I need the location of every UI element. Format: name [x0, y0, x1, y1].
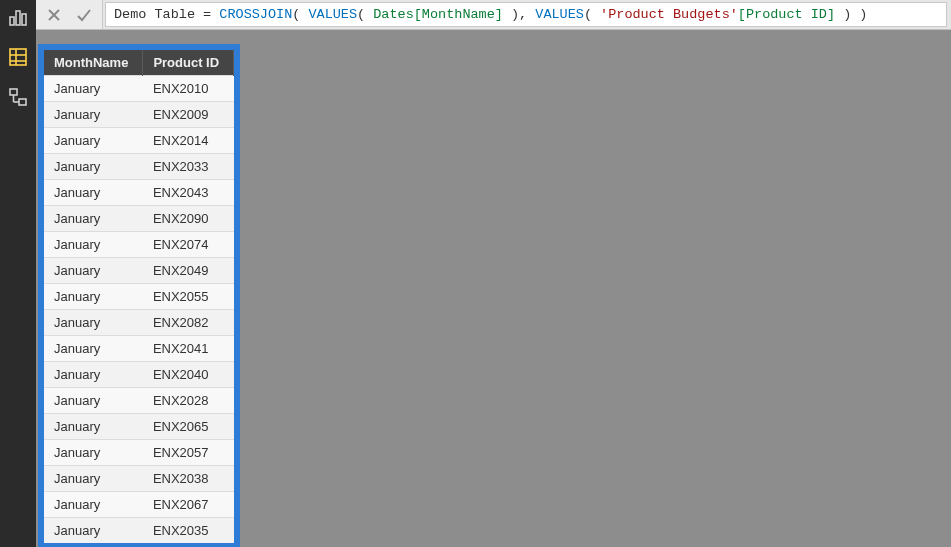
- table-row[interactable]: JanuaryENX2067: [44, 492, 234, 518]
- table-cell: January: [44, 258, 143, 284]
- table-row[interactable]: JanuaryENX2035: [44, 518, 234, 544]
- svg-rect-0: [10, 17, 14, 25]
- data-view-icon[interactable]: [7, 46, 29, 68]
- table-row[interactable]: JanuaryENX2043: [44, 180, 234, 206]
- table-cell: ENX2067: [143, 492, 234, 518]
- table-cell: January: [44, 232, 143, 258]
- table-cell: ENX2010: [143, 76, 234, 102]
- table-row[interactable]: JanuaryENX2040: [44, 362, 234, 388]
- table-cell: ENX2041: [143, 336, 234, 362]
- highlight-box: MonthName Product ID JanuaryENX2010Janua…: [38, 44, 240, 547]
- table-cell: January: [44, 154, 143, 180]
- col-header-productid[interactable]: Product ID: [143, 50, 234, 76]
- svg-rect-2: [22, 14, 26, 25]
- table-cell: ENX2038: [143, 466, 234, 492]
- svg-rect-1: [16, 11, 20, 25]
- table-cell: ENX2009: [143, 102, 234, 128]
- table-cell: January: [44, 414, 143, 440]
- table-cell: ENX2014: [143, 128, 234, 154]
- table-cell: ENX2090: [143, 206, 234, 232]
- formula-text: Demo Table = CROSSJOIN( VALUES( Dates[Mo…: [114, 7, 867, 22]
- formula-bar: Demo Table = CROSSJOIN( VALUES( Dates[Mo…: [36, 0, 951, 30]
- col-header-monthname[interactable]: MonthName: [44, 50, 143, 76]
- table-cell: ENX2074: [143, 232, 234, 258]
- table-cell: January: [44, 492, 143, 518]
- model-view-icon[interactable]: [7, 86, 29, 108]
- table-row[interactable]: JanuaryENX2041: [44, 336, 234, 362]
- svg-rect-3: [10, 49, 26, 65]
- table-cell: ENX2035: [143, 518, 234, 544]
- table-row[interactable]: JanuaryENX2065: [44, 414, 234, 440]
- table-cell: January: [44, 362, 143, 388]
- formula-input[interactable]: Demo Table = CROSSJOIN( VALUES( Dates[Mo…: [105, 2, 947, 27]
- table-cell: ENX2049: [143, 258, 234, 284]
- table-row[interactable]: JanuaryENX2057: [44, 440, 234, 466]
- table-cell: January: [44, 284, 143, 310]
- table-cell: January: [44, 180, 143, 206]
- table-cell: January: [44, 466, 143, 492]
- table-cell: ENX2043: [143, 180, 234, 206]
- table-row[interactable]: JanuaryENX2055: [44, 284, 234, 310]
- table-cell: January: [44, 310, 143, 336]
- table-cell: ENX2065: [143, 414, 234, 440]
- table-cell: January: [44, 76, 143, 102]
- commit-formula-button[interactable]: [72, 3, 96, 27]
- table-row[interactable]: JanuaryENX2028: [44, 388, 234, 414]
- table-row[interactable]: JanuaryENX2049: [44, 258, 234, 284]
- data-table[interactable]: MonthName Product ID JanuaryENX2010Janua…: [44, 50, 234, 543]
- data-canvas: MonthName Product ID JanuaryENX2010Janua…: [36, 30, 951, 547]
- table-row[interactable]: JanuaryENX2009: [44, 102, 234, 128]
- table-cell: January: [44, 440, 143, 466]
- table-cell: January: [44, 128, 143, 154]
- svg-rect-8: [19, 99, 26, 105]
- cancel-formula-button[interactable]: [42, 3, 66, 27]
- table-row[interactable]: JanuaryENX2014: [44, 128, 234, 154]
- table-cell: ENX2055: [143, 284, 234, 310]
- nav-rail: [0, 0, 36, 547]
- table-row[interactable]: JanuaryENX2082: [44, 310, 234, 336]
- table-row[interactable]: JanuaryENX2033: [44, 154, 234, 180]
- table-row[interactable]: JanuaryENX2074: [44, 232, 234, 258]
- table-cell: January: [44, 206, 143, 232]
- table-cell: ENX2040: [143, 362, 234, 388]
- table-row[interactable]: JanuaryENX2090: [44, 206, 234, 232]
- svg-rect-7: [10, 89, 17, 95]
- report-view-icon[interactable]: [7, 6, 29, 28]
- table-cell: January: [44, 518, 143, 544]
- table-cell: ENX2028: [143, 388, 234, 414]
- table-cell: January: [44, 336, 143, 362]
- table-cell: ENX2082: [143, 310, 234, 336]
- table-cell: January: [44, 102, 143, 128]
- table-header-row: MonthName Product ID: [44, 50, 234, 76]
- table-cell: January: [44, 388, 143, 414]
- table-row[interactable]: JanuaryENX2010: [44, 76, 234, 102]
- table-cell: ENX2057: [143, 440, 234, 466]
- table-cell: ENX2033: [143, 154, 234, 180]
- table-row[interactable]: JanuaryENX2038: [44, 466, 234, 492]
